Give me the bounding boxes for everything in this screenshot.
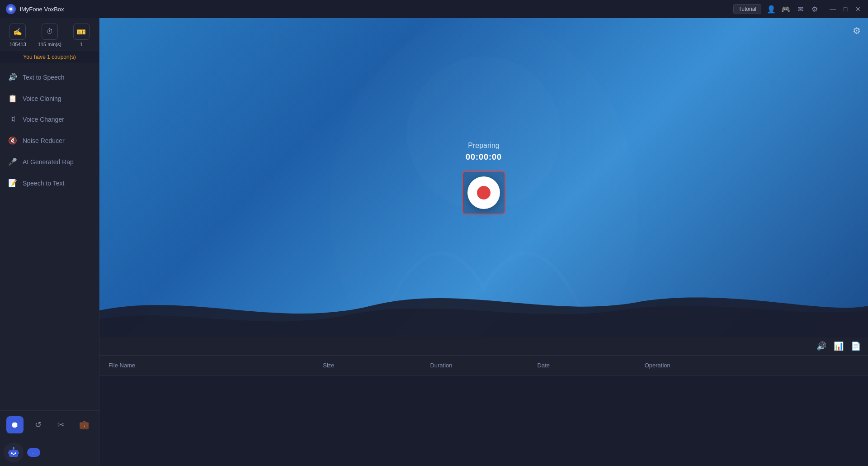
svg-point-2 — [9, 8, 12, 10]
wave-decoration — [99, 283, 868, 338]
content-toolbar: 🔊 📊 📄 — [99, 338, 868, 355]
sidebar: ✍ 105413 ⏱ 115 min(s) 🎫 1 You have 1 cou… — [0, 18, 99, 466]
svg-rect-9 — [8, 452, 9, 454]
app-logo — [5, 4, 16, 14]
maximize-button[interactable]: □ — [841, 5, 850, 13]
recording-status: Preparing 00:00:00 — [466, 142, 502, 162]
credits-value: 1 — [80, 42, 83, 47]
ai-rap-icon: 🎤 — [8, 157, 17, 166]
title-bar: iMyFone VoxBox Tutorial 👤 🎮 ✉ ⚙ — □ ✕ — [0, 0, 868, 18]
table-body — [99, 376, 868, 466]
record-button-container[interactable] — [462, 171, 505, 214]
characters-value: 105413 — [9, 42, 26, 47]
noise-reducer-icon: 🔇 — [8, 136, 17, 145]
text-to-speech-icon: 🔊 — [8, 73, 17, 81]
content-area: ⚙ Preparing 00:00:00 🔊 📊 📄 File Name — [99, 18, 868, 466]
coupon-bar: You have 1 coupon(s) — [0, 51, 99, 63]
close-button[interactable]: ✕ — [854, 5, 863, 13]
scissors-icon[interactable]: ✂ — [52, 416, 70, 433]
main-container: ✍ 105413 ⏱ 115 min(s) 🎫 1 You have 1 cou… — [0, 18, 868, 466]
chatbot-area: ... — [0, 439, 99, 466]
table-header: File Name Size Duration Date Operation — [99, 355, 868, 376]
svg-rect-10 — [18, 452, 19, 454]
sidebar-item-noise-reducer[interactable]: 🔇 Noise Reducer — [0, 130, 99, 151]
svg-point-5 — [14, 452, 16, 454]
sidebar-item-text-to-speech[interactable]: 🔊 Text to Speech — [0, 67, 99, 88]
stat-characters: ✍ 105413 — [9, 24, 26, 47]
svg-point-4 — [11, 452, 13, 454]
sidebar-item-label: Noise Reducer — [23, 137, 65, 144]
sidebar-nav: 🔊 Text to Speech 📋 Voice Cloning 🎛 Voice… — [0, 63, 99, 410]
waveform-icon[interactable]: 📊 — [834, 341, 844, 351]
minutes-value: 115 min(s) — [38, 42, 61, 47]
sidebar-item-label: Text to Speech — [23, 74, 65, 81]
title-bar-controls: Tutorial 👤 🎮 ✉ ⚙ — □ ✕ — [733, 4, 863, 14]
preparing-label: Preparing — [468, 142, 499, 150]
speech-to-text-icon: 📝 — [8, 179, 17, 187]
settings-icon[interactable]: ⚙ — [810, 5, 819, 14]
recording-settings-icon[interactable]: ⚙ — [853, 25, 861, 36]
coupon-text: You have 1 coupon(s) — [23, 54, 75, 60]
stat-minutes: ⏱ 115 min(s) — [38, 24, 61, 47]
col-header-size: Size — [323, 362, 430, 369]
record-dot-icon — [477, 186, 491, 200]
voice-changer-icon: 🎛 — [8, 115, 17, 124]
sidebar-stats: ✍ 105413 ⏱ 115 min(s) 🎫 1 — [0, 18, 99, 51]
stat-credits: 🎫 1 — [73, 24, 90, 47]
repeat-icon[interactable]: ↺ — [29, 416, 47, 433]
chatbot-bubble[interactable]: ... — [27, 448, 40, 457]
tutorial-button[interactable]: Tutorial — [733, 4, 761, 14]
voice-cloning-icon: 📋 — [8, 94, 17, 103]
gamepad-icon[interactable]: 🎮 — [781, 5, 790, 14]
characters-icon: ✍ — [9, 24, 26, 40]
volume-icon[interactable]: 🔊 — [816, 341, 826, 351]
col-header-filename: File Name — [108, 362, 323, 369]
credits-icon: 🎫 — [73, 24, 90, 40]
sidebar-item-ai-generated-rap[interactable]: 🎤 AI Generated Rap — [0, 151, 99, 172]
briefcase-icon[interactable]: 💼 — [75, 416, 93, 433]
sidebar-item-voice-changer[interactable]: 🎛 Voice Changer — [0, 109, 99, 130]
app-title: iMyFone VoxBox — [20, 6, 733, 13]
record-tab-icon[interactable]: ⏺ — [6, 416, 24, 433]
record-button[interactable] — [467, 176, 500, 209]
minutes-icon: ⏱ — [42, 24, 58, 40]
sidebar-item-label: Voice Changer — [23, 116, 64, 123]
col-header-duration: Duration — [430, 362, 537, 369]
window-controls: — □ ✕ — [828, 5, 863, 13]
sidebar-item-label: Speech to Text — [23, 180, 64, 187]
profile-icon[interactable]: 👤 — [767, 5, 776, 14]
recording-timer: 00:00:00 — [466, 152, 502, 162]
recording-area: ⚙ Preparing 00:00:00 — [99, 18, 868, 338]
sidebar-item-label: AI Generated Rap — [23, 158, 74, 166]
sidebar-item-label: Voice Cloning — [23, 95, 61, 102]
sidebar-item-speech-to-text[interactable]: 📝 Speech to Text — [0, 172, 99, 194]
export-icon[interactable]: 📄 — [851, 341, 861, 351]
svg-rect-6 — [13, 454, 14, 455]
sidebar-item-voice-cloning[interactable]: 📋 Voice Cloning — [0, 88, 99, 109]
svg-rect-3 — [9, 450, 18, 457]
col-header-operation: Operation — [645, 362, 859, 369]
sidebar-bottom-icons: ⏺ ↺ ✂ 💼 — [0, 410, 99, 439]
svg-point-8 — [13, 447, 14, 449]
chatbot-avatar[interactable] — [4, 442, 24, 462]
minimize-button[interactable]: — — [828, 5, 837, 13]
mail-icon[interactable]: ✉ — [796, 5, 805, 14]
col-header-date: Date — [538, 362, 645, 369]
file-table: File Name Size Duration Date Operation — [99, 355, 868, 466]
